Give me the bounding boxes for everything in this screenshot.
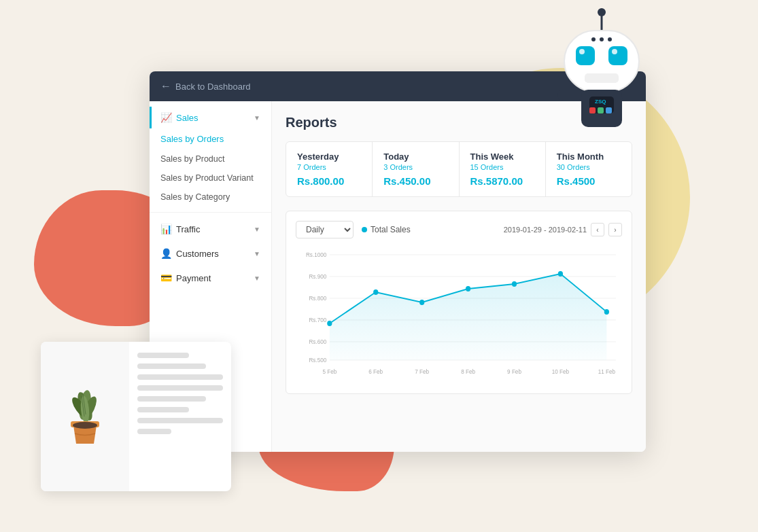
chart-icon: 📈	[160, 112, 172, 123]
svg-point-41	[327, 321, 332, 326]
legend-dot	[362, 227, 367, 232]
svg-point-18	[608, 37, 612, 41]
svg-rect-12	[576, 46, 595, 65]
svg-text:ZSQ: ZSQ	[595, 99, 606, 105]
stat-today-value: Rs.450.00	[383, 175, 447, 187]
plant-svg	[54, 379, 116, 454]
svg-text:8 Feb: 8 Feb	[461, 368, 475, 375]
sales-arrow-icon: ▼	[254, 114, 260, 122]
robot-character: ZSQ	[540, 7, 663, 143]
product-line-4	[137, 385, 223, 391]
robot-svg: ZSQ	[540, 7, 663, 149]
svg-rect-26	[557, 90, 582, 101]
sidebar-customers-section: 👤 Customers ▼	[150, 243, 271, 264]
chart-prev-button[interactable]: ‹	[591, 223, 604, 236]
stat-yesterday-value: Rs.800.00	[297, 175, 361, 187]
product-info	[129, 342, 231, 491]
stat-card-yesterday: Yesterday 7 Orders Rs.800.00	[286, 142, 373, 196]
back-label: Back to Dashboard	[175, 82, 251, 92]
svg-text:Rs.700: Rs.700	[309, 317, 326, 323]
svg-point-14	[579, 49, 585, 54]
sidebar-traffic-section: 📊 Traffic ▼	[150, 218, 271, 240]
product-image	[41, 342, 129, 491]
svg-point-16	[591, 37, 596, 41]
chart-filter-select[interactable]: Daily Weekly Monthly	[296, 221, 354, 238]
customers-icon: 👤	[160, 248, 172, 259]
stat-week-label: This Week	[470, 152, 534, 162]
traffic-arrow-icon: ▼	[254, 226, 260, 233]
sidebar-item-sales[interactable]: 📈 Sales ▼	[150, 107, 271, 128]
svg-point-17	[600, 37, 604, 41]
stat-yesterday-orders: 7 Orders	[297, 163, 361, 171]
product-line-1	[137, 353, 189, 358]
stat-card-today: Today 3 Orders Rs.450.00	[373, 142, 459, 196]
product-line-3	[137, 374, 223, 380]
stat-week-value: Rs.5870.00	[470, 175, 534, 187]
svg-text:10 Feb: 10 Feb	[552, 368, 570, 375]
payment-label: Payment	[176, 273, 211, 283]
sales-by-variant-label: Sales by Product Variant	[160, 173, 254, 183]
sales-by-orders-label: Sales by Orders	[160, 134, 224, 144]
product-line-5	[137, 396, 206, 402]
svg-text:9 Feb: 9 Feb	[507, 368, 521, 375]
chart-date-range: 2019-01-29 - 2019-02-11 ‹ ›	[504, 223, 622, 236]
back-arrow-icon: ←	[160, 80, 171, 92]
chart-next-button[interactable]: ›	[608, 223, 622, 236]
chart-toolbar: Daily Weekly Monthly Total Sales 2019-01…	[296, 221, 622, 238]
svg-rect-24	[606, 107, 612, 113]
svg-point-10	[598, 8, 606, 16]
svg-point-15	[612, 49, 617, 54]
svg-rect-27	[621, 90, 646, 101]
svg-text:Rs.900: Rs.900	[309, 273, 326, 280]
date-range-text: 2019-01-29 - 2019-02-11	[504, 226, 587, 234]
product-line-8	[137, 429, 171, 434]
chart-section: Daily Weekly Monthly Total Sales 2019-01…	[286, 211, 632, 394]
product-line-7	[137, 418, 223, 423]
sidebar-item-sales-by-product[interactable]: Sales by Product	[150, 149, 271, 169]
svg-point-43	[419, 300, 424, 305]
svg-rect-13	[608, 46, 627, 65]
chart-legend: Total Sales	[362, 225, 411, 234]
svg-point-47	[604, 309, 609, 315]
sidebar-sales-section: 📈 Sales ▼ Sales by Orders Sales by Produ…	[150, 107, 271, 207]
product-line-2	[137, 363, 206, 369]
product-line-6	[137, 407, 189, 412]
traffic-icon: 📊	[160, 224, 172, 234]
svg-rect-22	[589, 107, 596, 113]
sidebar-sales-label: Sales	[176, 113, 199, 123]
svg-point-42	[373, 289, 378, 295]
product-card	[41, 342, 231, 491]
stat-card-month: This Month 30 Orders Rs.4500	[546, 142, 632, 196]
sales-by-category-label: Sales by Category	[160, 192, 230, 202]
stat-week-orders: 15 Orders	[470, 163, 534, 171]
customers-label: Customers	[176, 249, 219, 259]
sidebar-item-traffic[interactable]: 📊 Traffic ▼	[150, 218, 271, 240]
stat-month-orders: 30 Orders	[557, 163, 621, 171]
svg-text:Rs.600: Rs.600	[309, 338, 326, 345]
back-button[interactable]: ← Back to Dashboard	[160, 80, 251, 92]
traffic-label: Traffic	[176, 224, 200, 234]
sidebar-payment-section: 💳 Payment ▼	[150, 267, 271, 289]
sidebar-item-sales-by-variant[interactable]: Sales by Product Variant	[150, 169, 271, 188]
stat-month-label: This Month	[557, 152, 621, 162]
svg-point-44	[466, 286, 470, 291]
sidebar-item-payment[interactable]: 💳 Payment ▼	[150, 267, 271, 289]
chart-container: Rs.1000 Rs.900 Rs.800 Rs.700 Rs.600 Rs.5…	[296, 248, 622, 384]
sidebar-item-sales-by-orders[interactable]: Sales by Orders	[150, 128, 271, 149]
svg-text:Rs.1000: Rs.1000	[306, 251, 327, 258]
svg-text:Rs.500: Rs.500	[309, 357, 326, 363]
stat-card-week: This Week 15 Orders Rs.5870.00	[460, 142, 546, 196]
stats-row: Yesterday 7 Orders Rs.800.00 Today 3 Ord…	[286, 141, 632, 197]
stat-month-value: Rs.4500	[557, 175, 621, 187]
svg-point-45	[512, 281, 517, 287]
sidebar-item-sales-by-category[interactable]: Sales by Category	[150, 188, 271, 207]
stat-today-orders: 3 Orders	[383, 163, 447, 171]
payment-icon: 💳	[160, 272, 172, 283]
legend-label: Total Sales	[371, 225, 411, 234]
svg-text:11 Feb: 11 Feb	[598, 368, 616, 375]
svg-text:Rs.800: Rs.800	[309, 295, 326, 302]
payment-arrow-icon: ▼	[254, 274, 260, 282]
stat-today-label: Today	[383, 152, 447, 162]
sidebar-item-customers[interactable]: 👤 Customers ▼	[150, 243, 271, 264]
sidebar-divider-1	[150, 212, 271, 213]
